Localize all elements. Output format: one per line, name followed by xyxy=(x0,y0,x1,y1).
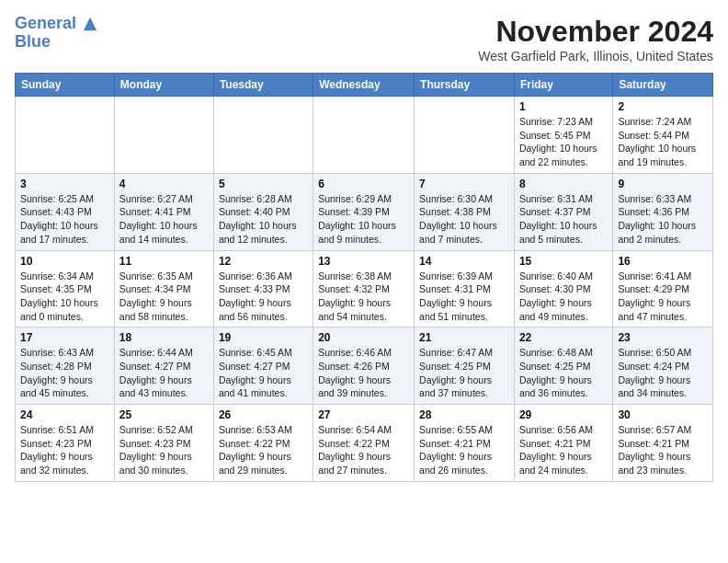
day-cell: 16Sunrise: 6:41 AM Sunset: 4:29 PM Dayli… xyxy=(613,250,713,327)
day-info: Sunrise: 6:57 AM Sunset: 4:21 PM Dayligh… xyxy=(618,423,708,477)
day-info: Sunrise: 6:44 AM Sunset: 4:27 PM Dayligh… xyxy=(119,346,209,400)
day-info: Sunrise: 6:50 AM Sunset: 4:24 PM Dayligh… xyxy=(618,346,708,400)
logo-text: General xyxy=(15,15,98,33)
calendar-body: 1Sunrise: 7:23 AM Sunset: 5:45 PM Daylig… xyxy=(16,97,713,482)
day-cell: 24Sunrise: 6:51 AM Sunset: 4:23 PM Dayli… xyxy=(16,405,115,482)
day-cell: 28Sunrise: 6:55 AM Sunset: 4:21 PM Dayli… xyxy=(415,405,515,482)
day-info: Sunrise: 6:45 AM Sunset: 4:27 PM Dayligh… xyxy=(219,346,308,400)
day-number: 1 xyxy=(519,100,608,113)
day-cell: 27Sunrise: 6:54 AM Sunset: 4:22 PM Dayli… xyxy=(313,405,415,482)
day-number: 10 xyxy=(20,255,109,268)
day-cell xyxy=(213,97,313,174)
day-number: 25 xyxy=(119,408,209,421)
svg-marker-0 xyxy=(84,17,97,30)
day-number: 19 xyxy=(219,331,308,344)
day-cell: 3Sunrise: 6:25 AM Sunset: 4:43 PM Daylig… xyxy=(16,173,115,250)
logo-blue: Blue xyxy=(15,33,51,50)
day-cell: 12Sunrise: 6:36 AM Sunset: 4:33 PM Dayli… xyxy=(213,250,313,327)
day-number: 3 xyxy=(20,178,109,190)
day-info: Sunrise: 6:27 AM Sunset: 4:41 PM Dayligh… xyxy=(119,192,209,247)
day-number: 13 xyxy=(318,255,409,268)
day-cell: 18Sunrise: 6:44 AM Sunset: 4:27 PM Dayli… xyxy=(114,327,213,405)
day-cell: 26Sunrise: 6:53 AM Sunset: 4:22 PM Dayli… xyxy=(213,405,313,482)
day-number: 12 xyxy=(219,255,308,268)
day-cell: 29Sunrise: 6:56 AM Sunset: 4:21 PM Dayli… xyxy=(514,405,612,482)
day-cell: 7Sunrise: 6:30 AM Sunset: 4:38 PM Daylig… xyxy=(415,173,515,250)
day-number: 5 xyxy=(219,178,308,190)
weekday-tuesday: Tuesday xyxy=(213,74,313,97)
day-info: Sunrise: 6:36 AM Sunset: 4:33 PM Dayligh… xyxy=(219,270,308,324)
day-info: Sunrise: 6:35 AM Sunset: 4:34 PM Dayligh… xyxy=(119,270,209,324)
page-header: General Blue November 2024 West Garfield… xyxy=(15,15,713,63)
day-info: Sunrise: 6:25 AM Sunset: 4:43 PM Dayligh… xyxy=(20,192,109,247)
day-info: Sunrise: 6:47 AM Sunset: 4:25 PM Dayligh… xyxy=(419,346,509,400)
day-cell: 1Sunrise: 7:23 AM Sunset: 5:45 PM Daylig… xyxy=(514,97,612,174)
day-number: 22 xyxy=(519,331,608,344)
day-number: 2 xyxy=(618,100,708,113)
day-info: Sunrise: 6:33 AM Sunset: 4:36 PM Dayligh… xyxy=(618,192,708,247)
day-number: 9 xyxy=(618,178,708,190)
day-number: 11 xyxy=(119,255,209,268)
day-number: 17 xyxy=(20,331,109,344)
day-info: Sunrise: 6:51 AM Sunset: 4:23 PM Dayligh… xyxy=(20,423,109,477)
day-info: Sunrise: 6:48 AM Sunset: 4:25 PM Dayligh… xyxy=(519,346,608,400)
day-cell: 13Sunrise: 6:38 AM Sunset: 4:32 PM Dayli… xyxy=(313,250,415,327)
day-cell: 20Sunrise: 6:46 AM Sunset: 4:26 PM Dayli… xyxy=(313,327,415,405)
weekday-friday: Friday xyxy=(514,74,612,97)
day-info: Sunrise: 6:30 AM Sunset: 4:38 PM Dayligh… xyxy=(419,192,509,247)
weekday-header-row: SundayMondayTuesdayWednesdayThursdayFrid… xyxy=(16,74,713,97)
week-row-0: 1Sunrise: 7:23 AM Sunset: 5:45 PM Daylig… xyxy=(16,97,713,174)
day-cell: 11Sunrise: 6:35 AM Sunset: 4:34 PM Dayli… xyxy=(114,250,213,327)
day-number: 15 xyxy=(519,255,608,268)
day-cell: 19Sunrise: 6:45 AM Sunset: 4:27 PM Dayli… xyxy=(213,327,313,405)
day-cell xyxy=(313,97,415,174)
day-number: 18 xyxy=(119,331,209,344)
day-cell xyxy=(114,97,213,174)
day-info: Sunrise: 6:34 AM Sunset: 4:35 PM Dayligh… xyxy=(20,270,109,324)
week-row-3: 17Sunrise: 6:43 AM Sunset: 4:28 PM Dayli… xyxy=(16,327,713,405)
day-cell: 8Sunrise: 6:31 AM Sunset: 4:37 PM Daylig… xyxy=(514,173,612,250)
day-info: Sunrise: 7:23 AM Sunset: 5:45 PM Dayligh… xyxy=(519,115,608,169)
day-info: Sunrise: 6:31 AM Sunset: 4:37 PM Dayligh… xyxy=(519,192,608,247)
day-number: 23 xyxy=(618,331,708,344)
day-cell: 10Sunrise: 6:34 AM Sunset: 4:35 PM Dayli… xyxy=(16,250,115,327)
day-cell: 4Sunrise: 6:27 AM Sunset: 4:41 PM Daylig… xyxy=(114,173,213,250)
day-info: Sunrise: 6:55 AM Sunset: 4:21 PM Dayligh… xyxy=(419,423,509,477)
day-cell: 6Sunrise: 6:29 AM Sunset: 4:39 PM Daylig… xyxy=(313,173,415,250)
day-number: 30 xyxy=(618,408,708,421)
weekday-monday: Monday xyxy=(114,74,213,97)
day-cell: 2Sunrise: 7:24 AM Sunset: 5:44 PM Daylig… xyxy=(613,97,713,174)
day-number: 26 xyxy=(219,408,308,421)
location: West Garfield Park, Illinois, United Sta… xyxy=(478,49,713,63)
day-number: 29 xyxy=(519,408,608,421)
day-cell: 5Sunrise: 6:28 AM Sunset: 4:40 PM Daylig… xyxy=(213,173,313,250)
week-row-4: 24Sunrise: 6:51 AM Sunset: 4:23 PM Dayli… xyxy=(16,405,713,482)
day-cell: 22Sunrise: 6:48 AM Sunset: 4:25 PM Dayli… xyxy=(514,327,612,405)
day-number: 20 xyxy=(318,331,409,344)
logo: General Blue xyxy=(15,15,98,50)
weekday-saturday: Saturday xyxy=(613,74,713,97)
day-cell: 15Sunrise: 6:40 AM Sunset: 4:30 PM Dayli… xyxy=(514,250,612,327)
day-cell: 9Sunrise: 6:33 AM Sunset: 4:36 PM Daylig… xyxy=(613,173,713,250)
day-number: 16 xyxy=(618,255,708,268)
day-number: 6 xyxy=(318,178,409,190)
day-info: Sunrise: 6:39 AM Sunset: 4:31 PM Dayligh… xyxy=(419,270,509,324)
logo-icon xyxy=(82,16,98,32)
day-number: 7 xyxy=(419,178,509,190)
day-info: Sunrise: 7:24 AM Sunset: 5:44 PM Dayligh… xyxy=(618,115,708,169)
day-cell xyxy=(16,97,115,174)
day-number: 14 xyxy=(419,255,509,268)
weekday-wednesday: Wednesday xyxy=(313,74,415,97)
weekday-sunday: Sunday xyxy=(16,74,115,97)
day-cell xyxy=(415,97,515,174)
weekday-thursday: Thursday xyxy=(415,74,515,97)
day-number: 4 xyxy=(119,178,209,190)
day-info: Sunrise: 6:28 AM Sunset: 4:40 PM Dayligh… xyxy=(219,192,308,247)
day-info: Sunrise: 6:41 AM Sunset: 4:29 PM Dayligh… xyxy=(618,270,708,324)
day-cell: 14Sunrise: 6:39 AM Sunset: 4:31 PM Dayli… xyxy=(415,250,515,327)
week-row-2: 10Sunrise: 6:34 AM Sunset: 4:35 PM Dayli… xyxy=(16,250,713,327)
day-info: Sunrise: 6:38 AM Sunset: 4:32 PM Dayligh… xyxy=(318,270,409,324)
calendar-table: SundayMondayTuesdayWednesdayThursdayFrid… xyxy=(15,73,713,482)
day-info: Sunrise: 6:56 AM Sunset: 4:21 PM Dayligh… xyxy=(519,423,608,477)
day-info: Sunrise: 6:40 AM Sunset: 4:30 PM Dayligh… xyxy=(519,270,608,324)
